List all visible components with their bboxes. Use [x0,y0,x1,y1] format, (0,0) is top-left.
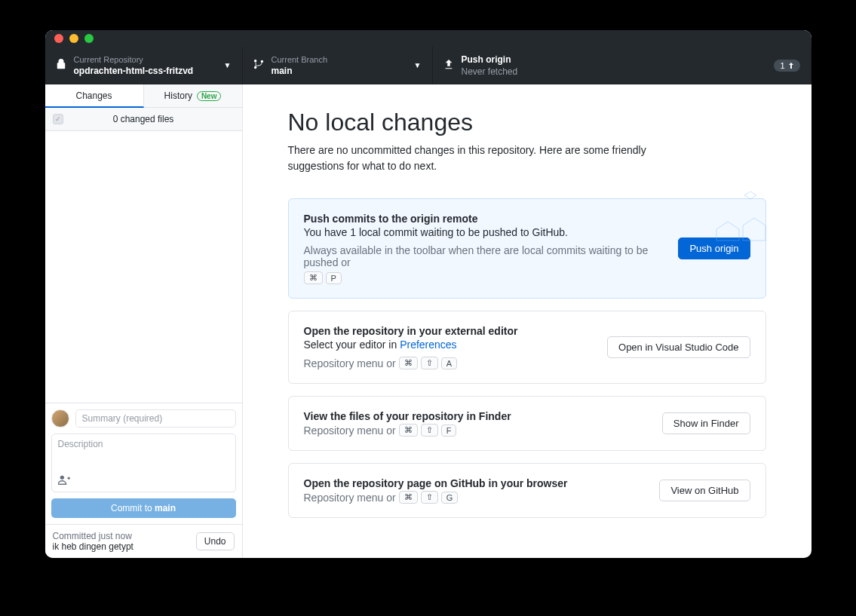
card-title: View the files of your repository in Fin… [304,410,650,422]
undo-button[interactable]: Undo [196,532,235,550]
changes-header: ✓ 0 changed files [45,108,242,131]
kbd-a: A [441,357,457,369]
page-subtitle: There are no uncommitted changes in this… [288,143,695,174]
kbd-p: P [326,272,342,284]
app-window: Current Repository opdrachten-html-css-f… [45,30,812,558]
titlebar [45,30,812,47]
card-hint: Repository menu or ⌘ ⇧ G [304,491,648,504]
card-show-finder: View the files of your repository in Fin… [288,396,766,451]
push-origin-toolbar[interactable]: Push origin Never fetched 1 [433,47,812,84]
chevron-down-icon: ▼ [224,61,232,69]
card-title: Open the repository in your external edi… [304,325,596,337]
toolbar: Current Repository opdrachten-html-css-f… [45,47,812,84]
push-status: Never fetched [462,66,767,78]
add-coauthor-icon[interactable] [58,474,70,487]
card-text: You have 1 local commit waiting to be pu… [304,226,667,238]
branch-label: Current Branch [272,54,410,65]
repository-selector[interactable]: Current Repository opdrachten-html-css-f… [45,47,243,84]
card-hint: Repository menu or ⌘ ⇧ A [304,357,596,369]
sidebar: Changes History New ✓ 0 changed files De… [45,84,243,558]
show-finder-button[interactable]: Show in Finder [662,412,750,434]
close-window-button[interactable] [54,34,63,43]
changes-list [45,131,242,403]
lock-icon [56,59,66,72]
minimize-window-button[interactable] [69,34,78,43]
card-title: Push commits to the origin remote [304,213,667,225]
branch-name: main [272,65,410,77]
tab-changes[interactable]: Changes [45,84,144,108]
maximize-window-button[interactable] [84,34,94,43]
status-time: Committed just now [53,531,196,541]
upload-icon [443,59,454,72]
changes-count: 0 changed files [71,114,216,124]
kbd-cmd: ⌘ [399,357,418,369]
main-content: No local changes There are no uncommitte… [243,84,812,558]
description-input[interactable]: Description [51,434,236,492]
preferences-link[interactable]: Preferences [400,339,456,351]
commit-button[interactable]: Commit to main [51,498,236,518]
push-origin-button[interactable]: Push origin [678,238,750,259]
card-text: Select your editor in Preferences [304,339,596,351]
branch-selector[interactable]: Current Branch main ▼ [243,47,433,84]
card-hint: Repository menu or ⌘ ⇧ F [304,424,650,437]
commit-status-bar: Committed just now ik heb dingen getypt … [45,524,242,558]
card-open-editor: Open the repository in your external edi… [288,311,766,384]
page-title: No local changes [288,109,766,136]
repo-name: opdrachten-html-css-fritzvd [74,65,219,77]
kbd-g: G [441,492,459,504]
svg-point-0 [60,476,63,480]
kbd-f: F [441,424,457,437]
card-push-origin: Push commits to the origin remote You ha… [288,198,766,299]
push-label: Push origin [462,54,767,66]
kbd-cmd: ⌘ [304,271,323,284]
card-view-github: Open the repository page on GitHub in yo… [288,463,766,518]
kbd-cmd: ⌘ [399,424,418,437]
kbd-shift: ⇧ [421,491,438,504]
avatar [51,409,69,428]
kbd-shift: ⇧ [421,357,438,369]
card-hint: Always available in the toolbar when the… [304,244,667,284]
card-title: Open the repository page on GitHub in yo… [304,477,648,489]
tab-history[interactable]: History New [144,84,242,107]
push-count-badge: 1 [774,60,799,72]
summary-input[interactable] [75,409,236,428]
view-github-button[interactable]: View on GitHub [659,480,750,501]
open-editor-button[interactable]: Open in Visual Studio Code [607,336,750,358]
commit-form: Description Commit to main [45,403,242,524]
select-all-checkbox: ✓ [53,114,63,124]
branch-icon [253,59,264,72]
kbd-shift: ⇧ [421,424,438,437]
sidebar-tabs: Changes History New [45,84,242,108]
kbd-cmd: ⌘ [399,491,418,504]
status-message: ik heb dingen getypt [53,541,196,552]
repo-label: Current Repository [74,54,219,65]
chevron-down-icon: ▼ [414,61,422,69]
new-badge: New [197,91,222,101]
